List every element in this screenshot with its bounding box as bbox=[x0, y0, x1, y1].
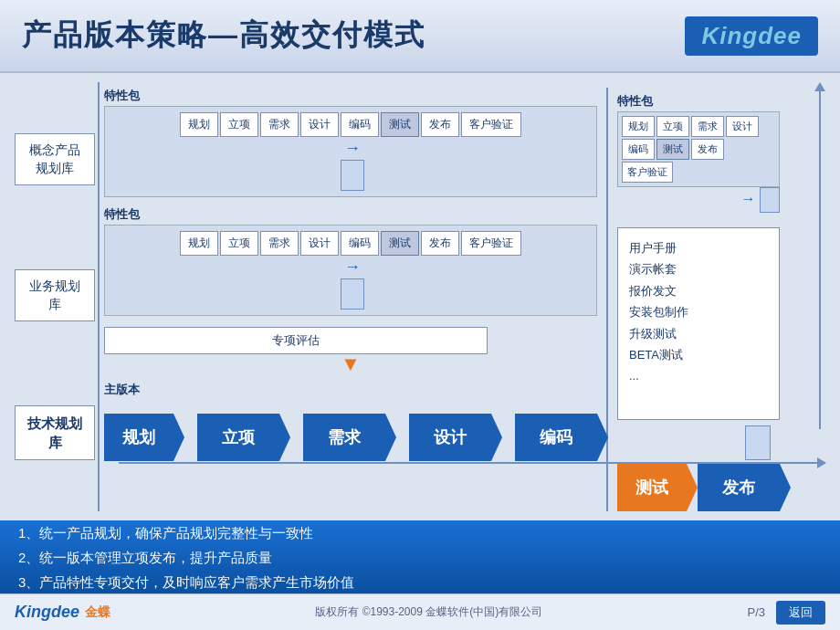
release-item-3: 报价发文 bbox=[629, 280, 768, 301]
upper-fp-steps: 规划 立项 需求 设计 编码 测试 发布 客户验证 bbox=[180, 112, 521, 137]
fp-step-4: 设计 bbox=[300, 112, 339, 137]
lfp-step-6: 测试 bbox=[381, 231, 419, 256]
release-item-7: ... bbox=[629, 365, 768, 386]
down-arrow: ▼ bbox=[104, 354, 597, 374]
step-xuqiu: 需求 bbox=[303, 414, 385, 461]
upper-fp-result-box bbox=[341, 160, 364, 191]
fp-step-6: 测试 bbox=[381, 112, 419, 137]
upper-fp-container: 规划 立项 需求 设计 编码 测试 发布 客户验证 → bbox=[104, 106, 597, 197]
right-fp-arrow: → bbox=[617, 187, 780, 213]
page-title: 产品版本策略—高效交付模式 bbox=[22, 16, 425, 56]
step-sheji: 设计 bbox=[409, 414, 491, 461]
lfp-step-5: 编码 bbox=[341, 231, 379, 256]
right-upper-fp: 特性包 规划 立项 需求 设计 编码 测试 发布 客户验证 → bbox=[617, 93, 780, 213]
rfp-step-5: 编码 bbox=[622, 139, 655, 160]
info-bar: 1、统一产品规划，确保产品规划完整性与一致性 2、统一版本管理立项发布，提升产品… bbox=[0, 520, 840, 593]
upper-fp-arrow: → bbox=[344, 139, 361, 158]
business-plan-box: 业务规划库 bbox=[15, 269, 95, 321]
step-fabu: 发布 bbox=[698, 464, 780, 511]
lfp-step-1: 规划 bbox=[180, 231, 218, 256]
fp-step-8: 客户验证 bbox=[461, 112, 521, 137]
info-line-2: 2、统一版本管理立项发布，提升产品质量 bbox=[18, 545, 354, 570]
release-item-2: 演示帐套 bbox=[629, 258, 768, 279]
lfp-step-7: 发布 bbox=[421, 231, 459, 256]
rfp-step-8: 客户验证 bbox=[622, 162, 673, 183]
rfp-step-4: 设计 bbox=[726, 116, 759, 137]
step-guihua: 规划 bbox=[104, 414, 173, 461]
special-eval-section: 专项评估 ▼ bbox=[104, 327, 597, 374]
release-item-6: BETA测试 bbox=[629, 344, 768, 365]
rfp-step-1: 规划 bbox=[622, 116, 655, 137]
lfp-step-4: 设计 bbox=[300, 231, 339, 256]
release-item-1: 用户手册 bbox=[629, 237, 768, 258]
main-content: 概念产品规划库 业务规划库 技术规划库 特性包 规划 立项 bbox=[0, 73, 840, 520]
release-item-5: 升级测试 bbox=[629, 323, 768, 344]
fp-step-5: 编码 bbox=[341, 112, 379, 137]
center-right: 特性包 规划 立项 需求 设计 编码 测试 发布 客户验证 bbox=[95, 82, 825, 511]
lower-fp-steps: 规划 立项 需求 设计 编码 测试 发布 客户验证 bbox=[180, 231, 521, 256]
lower-fp-arrow: → bbox=[344, 257, 361, 277]
rfp-step-2: 立项 bbox=[656, 116, 689, 137]
lfp-step-8: 客户验证 bbox=[461, 231, 521, 256]
right-release-col: 特性包 规划 立项 需求 设计 编码 测试 发布 客户验证 → bbox=[606, 88, 780, 511]
return-button[interactable]: 返回 bbox=[776, 601, 825, 625]
rfp-step-7: 发布 bbox=[691, 139, 724, 160]
info-line-3: 3、产品特性专项交付，及时响应客户需求产生市场价值 bbox=[18, 570, 354, 594]
rfp-step-6: 测试 bbox=[656, 139, 689, 160]
special-eval-box: 专项评估 bbox=[104, 327, 488, 354]
test-release-steps: 测试 发布 bbox=[617, 464, 780, 511]
release-small-box bbox=[745, 425, 771, 460]
step-biama: 编码 bbox=[515, 414, 597, 461]
upper-fp-label: 特性包 bbox=[104, 88, 597, 104]
main-process-row: 规划 立项 需求 设计 编码 bbox=[104, 410, 597, 465]
upper-fp-section: 特性包 规划 立项 需求 设计 编码 测试 发布 客户验证 bbox=[104, 88, 597, 197]
left-column: 概念产品规划库 业务规划库 技术规划库 bbox=[15, 82, 95, 511]
footer-copyright: 版权所有 ©1993-2009 金蝶软件(中国)有限公司 bbox=[315, 604, 542, 620]
release-item-4: 安装包制作 bbox=[629, 301, 768, 322]
lower-fp-label: 特性包 bbox=[104, 206, 597, 223]
concept-plan-box: 概念产品规划库 bbox=[15, 133, 95, 185]
header: 产品版本策略—高效交付模式 Kingdee bbox=[0, 0, 840, 73]
footer-page: P/3 bbox=[747, 605, 765, 619]
lfp-step-3: 需求 bbox=[260, 231, 299, 256]
right-upper-fp-steps: 规划 立项 需求 设计 编码 测试 发布 客户验证 bbox=[617, 111, 780, 187]
fp-step-7: 发布 bbox=[421, 112, 459, 137]
release-box: 用户手册 演示帐套 报价发文 安装包制作 升级测试 BETA测试 ... bbox=[617, 227, 780, 420]
fp-step-1: 规划 bbox=[180, 112, 218, 137]
right-upper-fp-label: 特性包 bbox=[617, 93, 780, 110]
lower-fp-section: 特性包 规划 立项 需求 设计 编码 测试 发布 客户验证 bbox=[104, 206, 597, 316]
fp-step-2: 立项 bbox=[220, 112, 258, 137]
footer: Kingdee 金蝶 版权所有 ©1993-2009 金蝶软件(中国)有限公司 … bbox=[0, 593, 840, 630]
center-flows: 特性包 规划 立项 需求 设计 编码 测试 发布 客户验证 bbox=[104, 88, 597, 511]
header-logo: Kingdee bbox=[685, 16, 818, 56]
step-ceshi: 测试 bbox=[617, 464, 687, 511]
info-text: 1、统一产品规划，确保产品规划完整性与一致性 2、统一版本管理立项发布，提升产品… bbox=[18, 520, 354, 594]
info-line-1: 1、统一产品规划，确保产品规划完整性与一致性 bbox=[18, 520, 354, 545]
lfp-step-2: 立项 bbox=[220, 231, 258, 256]
rfp-step-3: 需求 bbox=[691, 116, 724, 137]
main-version-label: 主版本 bbox=[104, 382, 597, 398]
tech-plan-box: 技术规划库 bbox=[15, 405, 95, 460]
step-lixiang: 立项 bbox=[197, 414, 279, 461]
footer-brand-cn: 金蝶 bbox=[85, 604, 110, 621]
lower-fp-container: 规划 立项 需求 设计 编码 测试 发布 客户验证 → bbox=[104, 225, 597, 316]
footer-logo: Kingdee 金蝶 bbox=[15, 603, 110, 622]
footer-brand: Kingdee bbox=[15, 603, 79, 622]
lower-fp-result-box bbox=[341, 278, 364, 310]
fp-step-3: 需求 bbox=[260, 112, 299, 137]
